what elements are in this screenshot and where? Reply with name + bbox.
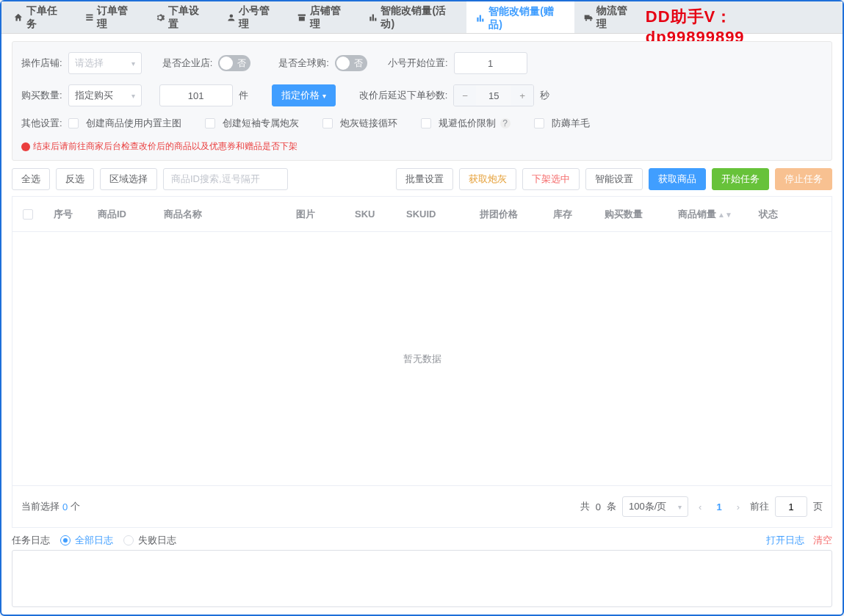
th-seq: 序号 <box>48 208 92 221</box>
svg-point-0 <box>229 14 233 18</box>
page-number[interactable]: 1 <box>712 501 726 512</box>
open-log-link[interactable]: 打开日志 <box>766 534 804 547</box>
chk-antiwool[interactable] <box>534 118 544 128</box>
table-footer: 当前选择 0 个 共 0 条 100条/页▾ ‹ 1 › 前往 页 <box>12 485 832 527</box>
smart-button[interactable]: 智能设置 <box>585 168 643 190</box>
svg-point-2 <box>590 19 591 21</box>
search-input[interactable]: 商品ID搜索,逗号隔开 <box>163 168 288 190</box>
th-sales[interactable]: 商品销量▲▼ <box>672 208 753 221</box>
total-prefix: 共 <box>580 500 590 513</box>
filter-panel: 操作店铺: 请选择▾ 是否企业店: 否 是否全球购: 否 小号开始位置: 1 购… <box>12 41 832 161</box>
tab-shop-mgmt[interactable]: 店铺管理 <box>288 1 359 33</box>
offline-button[interactable]: 下架选中 <box>522 168 580 190</box>
app-window: 下单任务 订单管理 下单设置 小号管理 店铺管理 智能改销量(活动) 智能改销量… <box>0 0 844 616</box>
truck-icon <box>583 12 594 23</box>
get-goods-button[interactable]: 获取商品 <box>649 168 706 190</box>
caret-down-icon: ▾ <box>322 92 326 100</box>
chk-shortsleeve[interactable] <box>205 118 215 128</box>
page-size-select[interactable]: 100条/页▾ <box>622 496 688 517</box>
tab-smart-gift[interactable]: 智能改销量(赠品) <box>466 1 574 33</box>
qty-mode-select[interactable]: 指定购买▾ <box>68 84 142 106</box>
stop-button[interactable]: 停止任务 <box>775 168 832 190</box>
log-textarea[interactable] <box>12 550 832 607</box>
brand-text: DD助手V：dp99899899 <box>646 1 840 33</box>
clear-log-link[interactable]: 清空 <box>813 534 832 547</box>
chevron-down-icon: ▾ <box>131 92 135 100</box>
tab-logistics[interactable]: 物流管理 <box>574 1 646 33</box>
chart-icon <box>475 13 486 23</box>
chk-lowprice-label: 规避低价限制 <box>439 117 496 130</box>
plus-button[interactable]: + <box>511 85 533 106</box>
goto-label: 前往 <box>750 500 769 513</box>
qty-input[interactable]: 101 <box>159 84 233 106</box>
chk-loop[interactable] <box>322 118 333 128</box>
header-checkbox[interactable] <box>23 209 33 220</box>
th-name: 商品名称 <box>158 208 290 221</box>
th-buyqty: 购买数量 <box>599 208 672 221</box>
toolbar: 全选 反选 区域选择 商品ID搜索,逗号隔开 批量设置 获取炮灰 下架选中 智能… <box>12 168 832 190</box>
get-ph-button[interactable]: 获取炮灰 <box>459 168 516 190</box>
delay-stepper[interactable]: − 15 + <box>453 84 534 106</box>
delay-unit: 秒 <box>540 89 549 102</box>
th-skuid: SKUID <box>400 209 474 220</box>
chk-shortsleeve-label: 创建短袖专属炮灰 <box>223 117 299 130</box>
chevron-down-icon: ▾ <box>131 59 135 68</box>
global-toggle[interactable]: 否 <box>335 55 367 71</box>
chk-builtin-img[interactable] <box>68 118 79 128</box>
minus-button[interactable]: − <box>454 85 476 106</box>
next-page-button[interactable]: › <box>732 501 744 512</box>
log-label: 任务日志 <box>12 534 50 547</box>
tab-order-mgmt[interactable]: 订单管理 <box>76 1 147 33</box>
tab-order-task[interactable]: 下单任务 <box>4 1 76 33</box>
shop-icon <box>297 12 307 23</box>
empty-placeholder: 暂无数据 <box>12 232 832 485</box>
table-header: 序号 商品ID 商品名称 图片 SKU SKUID 拼团价格 库存 购买数量 商… <box>12 197 832 232</box>
global-label: 是否全球购: <box>278 57 329 70</box>
enterprise-label: 是否企业店: <box>162 57 213 70</box>
th-sku: SKU <box>349 209 400 220</box>
prev-page-button[interactable]: ‹ <box>694 501 706 512</box>
sort-icon: ▲▼ <box>718 213 732 217</box>
home-icon <box>13 12 24 23</box>
shop-label: 操作店铺: <box>21 57 62 70</box>
invert-button[interactable]: 反选 <box>56 168 94 190</box>
enterprise-toggle[interactable]: 否 <box>218 55 250 71</box>
radio-all-log[interactable]: 全部日志 <box>60 534 113 547</box>
th-img: 图片 <box>290 208 349 221</box>
chart-icon <box>368 12 378 23</box>
list-icon <box>84 12 95 23</box>
data-table: 序号 商品ID 商品名称 图片 SKU SKUID 拼团价格 库存 购买数量 商… <box>12 196 832 528</box>
start-button[interactable]: 开始任务 <box>712 168 769 190</box>
tab-smart-activity[interactable]: 智能改销量(活动) <box>359 1 467 33</box>
chk-lowprice[interactable] <box>421 118 431 128</box>
user-icon <box>226 12 237 23</box>
startpos-input[interactable]: 1 <box>454 52 527 74</box>
radio-fail-log[interactable]: 失败日志 <box>123 534 176 547</box>
shop-select[interactable]: 请选择▾ <box>68 52 142 74</box>
price-button[interactable]: 指定价格▾ <box>272 84 336 106</box>
chk-builtin-img-label: 创建商品使用内置主图 <box>86 117 181 130</box>
region-button[interactable]: 区域选择 <box>100 168 157 190</box>
th-group: 拼团价格 <box>474 208 547 221</box>
chk-loop-label: 炮灰链接循环 <box>340 117 397 130</box>
th-stock: 库存 <box>547 208 599 221</box>
log-header: 任务日志 全部日志 失败日志 打开日志 清空 <box>12 534 832 547</box>
chk-antiwool-label: 防薅羊毛 <box>552 117 590 130</box>
warning-text: 结束后请前往商家后台检查改价后的商品以及优惠券和赠品是否下架 <box>21 140 823 153</box>
qty-unit: 件 <box>239 89 248 102</box>
th-gid: 商品ID <box>92 208 158 221</box>
qty-label: 购买数量: <box>21 89 62 102</box>
help-icon[interactable]: ? <box>500 118 511 128</box>
tab-order-setting[interactable]: 下单设置 <box>146 1 217 33</box>
selection-suffix: 个 <box>71 500 80 513</box>
total-count: 0 <box>596 501 601 512</box>
total-suffix: 条 <box>607 500 616 513</box>
select-all-button[interactable]: 全选 <box>12 168 50 190</box>
tab-account-mgmt[interactable]: 小号管理 <box>217 1 289 33</box>
selection-count: 0 <box>62 501 68 512</box>
goto-input[interactable] <box>775 496 807 517</box>
batch-button[interactable]: 批量设置 <box>396 168 453 190</box>
main-tabs: 下单任务 订单管理 下单设置 小号管理 店铺管理 智能改销量(活动) 智能改销量… <box>1 1 843 34</box>
log-section: 任务日志 全部日志 失败日志 打开日志 清空 <box>12 534 832 607</box>
svg-point-1 <box>585 19 587 21</box>
